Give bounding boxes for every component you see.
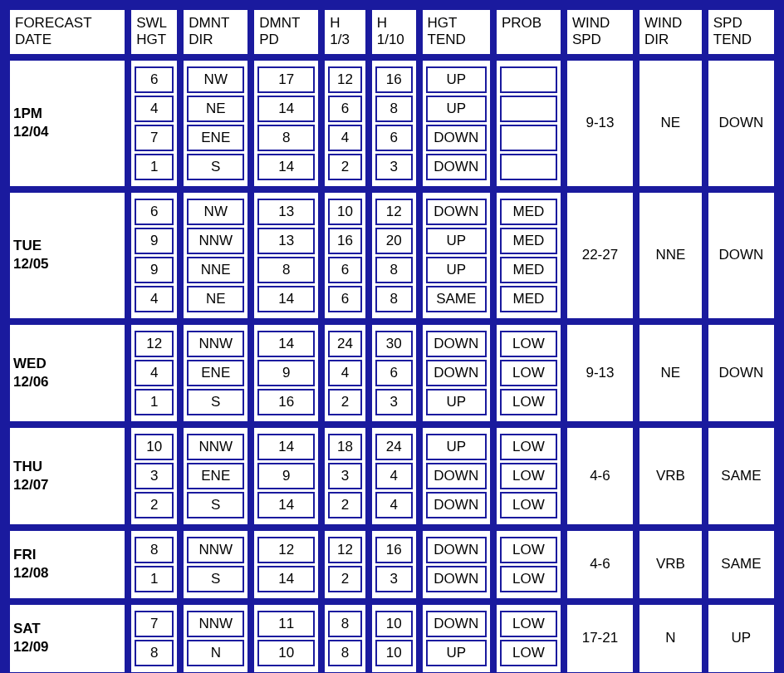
swell-h110-value: 12 [375, 199, 413, 225]
col-wind-dir: WIND DIR [638, 8, 703, 56]
wind-spd-cell: 17-21 [566, 603, 635, 673]
swell-dir-value: S [187, 154, 244, 180]
swell-dir-value: NE [187, 286, 244, 312]
spd-tend-cell: DOWN [707, 59, 776, 188]
swell-prob-stack: LOWLOW [495, 603, 562, 673]
swell-h13-value: 16 [328, 228, 362, 254]
swell-hgt-value: 1 [135, 566, 174, 592]
swell-h13-value: 12 [328, 537, 362, 563]
swell-pd-value: 8 [257, 257, 315, 283]
spd-tend-cell: DOWN [707, 323, 776, 423]
swell-prob-value [500, 154, 557, 180]
swell-pd-value: 10 [257, 640, 315, 666]
swell-h110-value: 8 [375, 286, 413, 312]
swell-h13-stack: 12642 [323, 59, 367, 188]
wind-dir-cell: N [638, 603, 703, 673]
swell-h13-stack: 101666 [323, 191, 367, 320]
swell-prob-value: MED [500, 228, 557, 254]
swell-pd-value: 9 [257, 360, 315, 386]
swell-prob-value: LOW [500, 389, 557, 415]
table-row: 1PM 12/046471NWNEENES17148141264216863UP… [8, 59, 776, 188]
wind-spd-cell: 4-6 [566, 529, 635, 600]
swell-h13-value: 2 [328, 492, 362, 518]
swell-dir-value: NW [187, 199, 244, 225]
swell-pd-value: 14 [257, 154, 315, 180]
swell-hgt-value: 2 [135, 492, 174, 518]
swell-prob-value [500, 125, 557, 151]
swell-hgt-value: 8 [135, 537, 174, 563]
spd-tend-cell: UP [707, 603, 776, 673]
swell-dir-stack: NNWS [182, 529, 249, 600]
swell-tend-value: UP [426, 640, 487, 666]
swell-hgt-value: 12 [135, 331, 174, 357]
swell-h110-stack: 163 [370, 529, 418, 600]
wind-spd-cell: 22-27 [566, 191, 635, 320]
swell-dir-value: NNE [187, 257, 244, 283]
swell-tend-value: DOWN [426, 537, 487, 563]
swell-prob-stack: LOWLOWLOW [495, 323, 562, 423]
swell-hgt-value: 4 [135, 360, 174, 386]
swell-h13-value: 12 [328, 66, 362, 93]
swell-prob-value: LOW [500, 492, 557, 518]
swell-h13-value: 8 [328, 640, 362, 666]
swell-pd-value: 13 [257, 228, 315, 254]
swell-h110-value: 3 [375, 566, 413, 592]
forecast-date-cell: THU 12/07 [8, 426, 126, 526]
swell-h13-value: 8 [328, 611, 362, 637]
swell-pd-stack: 1313814 [252, 191, 320, 320]
swell-h13-value: 6 [328, 286, 362, 312]
swell-prob-value: LOW [500, 331, 557, 357]
swell-tend-value: UP [426, 257, 487, 283]
swell-prob-value [500, 96, 557, 122]
swell-prob-value: MED [500, 286, 557, 312]
swell-tend-value: UP [426, 434, 487, 460]
swell-h110-value: 16 [375, 537, 413, 563]
swell-tend-value: DOWN [426, 492, 487, 518]
swell-pd-value: 16 [257, 389, 315, 415]
swell-pd-value: 13 [257, 199, 315, 225]
swell-pd-value: 14 [257, 492, 315, 518]
swell-h13-value: 2 [328, 154, 362, 180]
swell-prob-stack: MEDMEDMEDMED [495, 191, 562, 320]
wind-spd-cell: 9-13 [566, 323, 635, 423]
table-row: WED 12/061241NNWENES1491624423063DOWNDOW… [8, 323, 776, 423]
swell-pd-value: 14 [257, 566, 315, 592]
swell-prob-value: LOW [500, 640, 557, 666]
swell-tend-value: DOWN [426, 125, 487, 151]
swell-pd-value: 14 [257, 434, 315, 460]
swell-hgt-value: 1 [135, 389, 174, 415]
swell-tend-value: UP [426, 228, 487, 254]
swell-dir-stack: NWNEENES [182, 59, 249, 188]
col-h-1-10: H 1/10 [370, 8, 418, 56]
swell-hgt-stack: 6471 [130, 59, 179, 188]
swell-dir-stack: NNWENES [182, 323, 249, 423]
wind-dir-cell: VRB [638, 426, 703, 526]
swell-pd-value: 8 [257, 125, 315, 151]
col-forecast-date: FORECAST DATE [8, 8, 126, 56]
swell-tend-value: DOWN [426, 360, 487, 386]
col-dmnt-pd: DMNT PD [252, 8, 320, 56]
swell-dir-value: ENE [187, 360, 244, 386]
swell-tend-value: DOWN [426, 331, 487, 357]
swell-tend-stack: UPDOWNDOWN [421, 426, 492, 526]
swell-hgt-value: 1 [135, 154, 174, 180]
forecast-date-cell: TUE 12/05 [8, 191, 126, 320]
swell-pd-value: 17 [257, 66, 315, 93]
swell-tend-stack: DOWNUP [421, 603, 492, 673]
forecast-table-container: FORECAST DATE SWL HGT DMNT DIR DMNT PD H… [0, 0, 784, 673]
spd-tend-cell: SAME [707, 426, 776, 526]
swell-h110-value: 6 [375, 360, 413, 386]
swell-pd-value: 14 [257, 331, 315, 357]
swell-h110-stack: 16863 [370, 59, 418, 188]
swell-hgt-stack: 81 [130, 529, 179, 600]
swell-dir-value: NE [187, 96, 244, 122]
swell-h13-value: 6 [328, 96, 362, 122]
swell-tend-value: DOWN [426, 611, 487, 637]
swell-hgt-stack: 78 [130, 603, 179, 673]
swell-dir-value: NNW [187, 228, 244, 254]
swell-dir-value: ENE [187, 463, 244, 489]
swell-prob-value: LOW [500, 537, 557, 563]
swell-hgt-value: 4 [135, 286, 174, 312]
swell-pd-value: 11 [257, 611, 315, 637]
swell-tend-stack: DOWNUPUPSAME [421, 191, 492, 320]
